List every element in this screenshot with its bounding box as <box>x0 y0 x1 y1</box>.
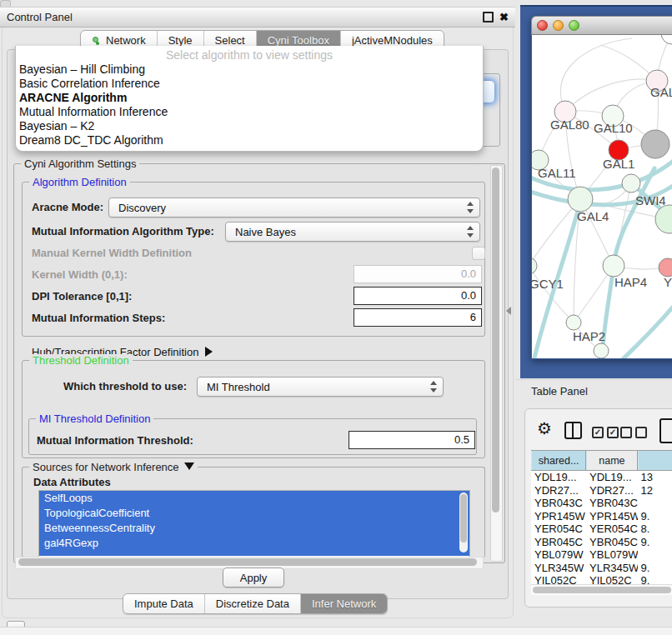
table-cell <box>638 497 672 510</box>
network-node[interactable] <box>655 205 672 233</box>
node-label: GAL1 <box>603 157 634 171</box>
network-node[interactable] <box>566 315 581 330</box>
panel-splitter-arrow[interactable] <box>506 307 511 315</box>
deselect-all-icon[interactable] <box>620 427 647 438</box>
gear-icon[interactable]: ⚙ <box>537 420 552 437</box>
tab-infer-network[interactable]: Infer Network <box>301 594 387 613</box>
attribute-item[interactable]: SelfLoops <box>39 491 469 506</box>
manual-kernel-checkbox[interactable] <box>472 247 485 260</box>
tab-select-label: Select <box>215 34 245 47</box>
tab-jactivemnodules-label: jActiveMNodules <box>352 34 433 47</box>
network-node[interactable] <box>568 187 593 212</box>
table-row[interactable]: YLR345WYLR345W9. <box>531 562 672 575</box>
table-horizontal-scrollbar[interactable] <box>531 584 672 595</box>
algorithm-option[interactable]: Dream8 DC_TDC Algorithm <box>16 133 483 148</box>
table-cell: YER054C <box>586 522 638 536</box>
attribute-item[interactable]: TopologicalCoefficient <box>39 506 469 521</box>
algorithm-option[interactable]: Basic Correlation Inference <box>16 77 483 91</box>
network-node[interactable] <box>532 258 537 274</box>
attribute-item[interactable]: gal4RGexp <box>39 536 469 551</box>
algorithm-option[interactable]: ARACNE Algorithm <box>16 91 483 105</box>
table-cell: YER054C <box>531 522 586 536</box>
tab-impute-data[interactable]: Impute Data <box>123 594 205 613</box>
table-cell: YPR145W <box>531 510 586 523</box>
control-panel-title: Control Panel <box>7 11 73 23</box>
column-header[interactable]: shared... <box>531 451 586 470</box>
table-row[interactable]: YBL079WYBL079W <box>531 548 672 562</box>
expand-right-icon <box>205 347 213 357</box>
mi-threshold-label: Mutual Information Threshold: <box>37 434 193 447</box>
float-window-icon[interactable] <box>483 12 494 22</box>
network-node[interactable] <box>661 35 672 44</box>
which-threshold-value: MI Threshold <box>207 381 270 393</box>
tab-cyni-toolbox-label: Cyni Toolbox <box>268 34 329 47</box>
mi-steps-field[interactable]: 6 <box>354 308 482 327</box>
algorithm-definition-title: Algorithm Definition <box>29 176 130 188</box>
aracne-mode-combobox[interactable]: Discovery <box>108 198 480 218</box>
algorithm-dropdown-popup: Select algorithm to view settings Bayesi… <box>15 46 484 152</box>
node-label: GAL10 <box>594 121 633 135</box>
tab-infer-network-label: Infer Network <box>312 598 376 610</box>
table-header-row: shared...name <box>531 450 672 471</box>
algorithm-option[interactable]: Bayesian – K2 <box>16 119 483 133</box>
which-threshold-label: Which threshold to use: <box>63 380 187 392</box>
aracne-mode-value: Discovery <box>118 202 166 214</box>
network-node[interactable] <box>594 343 609 358</box>
column-header[interactable] <box>638 451 672 470</box>
table-cell: 9. <box>638 536 672 549</box>
mi-steps-label: Mutual Information Steps: <box>32 312 165 324</box>
combo-stepper-icon <box>466 201 474 214</box>
table-cell: YDR27... <box>531 484 586 498</box>
attribute-item-partial[interactable] <box>39 551 469 556</box>
bottom-tabbar: Impute DataDiscretize DataInfer Network <box>123 593 388 614</box>
table-row[interactable]: YER054CYER054C8. <box>531 522 672 536</box>
sources-title-row[interactable]: Sources for Network Inference <box>29 461 198 473</box>
network-node[interactable] <box>603 255 624 277</box>
tab-style-label: Style <box>168 34 193 47</box>
settings-box-title: Cyni Algorithm Settings <box>21 158 139 170</box>
network-node[interactable] <box>641 130 669 158</box>
table-row[interactable]: YBR045CYBR045C9. <box>531 536 672 549</box>
network-node[interactable] <box>659 258 672 277</box>
table-cell: 12 <box>638 484 672 498</box>
network-edges-teal <box>532 157 672 358</box>
close-panel-icon[interactable]: ✖ <box>499 13 509 22</box>
table-row[interactable]: YPR145WYPR145W9. <box>531 510 672 523</box>
page-icon[interactable] <box>659 418 672 443</box>
dpi-tolerance-field[interactable]: 0.0 <box>354 287 482 305</box>
column-header[interactable]: name <box>586 451 638 470</box>
attribute-item[interactable]: BetweennessCentrality <box>39 521 469 536</box>
node-label: HAP2 <box>573 329 605 343</box>
kernel-width-field[interactable]: 0.0 <box>354 265 482 283</box>
table-panel-title: Table Panel <box>531 385 588 398</box>
apply-button[interactable]: Apply <box>223 568 284 588</box>
network-node[interactable] <box>622 174 640 192</box>
tab-discretize-data[interactable]: Discretize Data <box>205 594 301 613</box>
table-row[interactable]: YDL19...YDL19...13 <box>531 471 672 484</box>
table-row[interactable]: YBR043CYBR043C <box>531 497 672 510</box>
algorithm-option[interactable]: Mutual Information Inference <box>16 105 483 119</box>
table-panel-divider <box>515 379 672 380</box>
aracne-mode-label: Aracne Mode: <box>32 201 103 213</box>
tab-impute-data-label: Impute Data <box>134 598 193 610</box>
node-table: shared...name YDL19...YDL19...13YDR27...… <box>531 450 672 585</box>
network-window-titlebar[interactable] <box>531 16 672 35</box>
algorithm-option[interactable]: Bayesian – Hill Climbing <box>16 62 483 77</box>
network-window: GALGAL80GAL10GAL1GAL11GAL4SWI4HAP4YGCY1H… <box>531 16 672 359</box>
split-table-icon[interactable] <box>564 422 582 439</box>
mi-type-combobox[interactable]: Naive Bayes <box>225 222 480 242</box>
data-attributes-list: SelfLoopsTopologicalCoefficientBetweenne… <box>38 490 470 558</box>
table-row[interactable]: YDR27...YDR27...12 <box>531 484 672 498</box>
settings-vertical-scrollbar[interactable] <box>490 165 503 562</box>
which-threshold-combobox[interactable]: MI Threshold <box>197 377 444 397</box>
window-minimize-button[interactable] <box>553 20 564 31</box>
network-canvas[interactable]: GALGAL80GAL10GAL1GAL11GAL4SWI4HAP4YGCY1H… <box>532 35 672 358</box>
select-all-icon[interactable]: ✓✓ <box>592 427 619 438</box>
dropdown-placeholder: Select algorithm to view settings <box>16 48 483 62</box>
attribute-list-scrollbar[interactable] <box>459 492 468 552</box>
window-zoom-button[interactable] <box>569 20 579 31</box>
mi-threshold-field[interactable]: 0.5 <box>349 431 475 449</box>
table-cell: YBR045C <box>531 536 586 549</box>
collapse-down-icon <box>184 462 194 470</box>
window-close-button[interactable] <box>537 20 548 31</box>
